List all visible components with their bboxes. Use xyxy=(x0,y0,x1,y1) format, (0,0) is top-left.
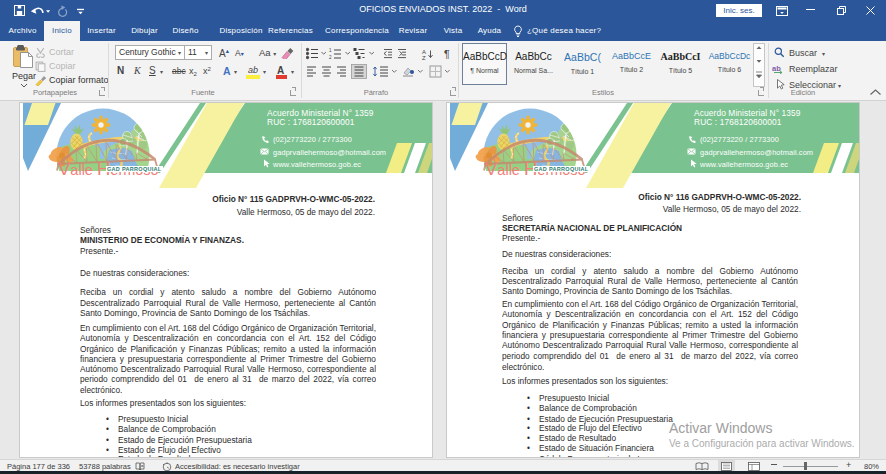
svg-text:¶: ¶ xyxy=(444,48,450,60)
svg-text:1: 1 xyxy=(329,48,332,53)
svg-text:A: A xyxy=(422,49,426,55)
svg-text:2: 2 xyxy=(329,55,332,60)
svg-text:Z: Z xyxy=(422,55,426,60)
